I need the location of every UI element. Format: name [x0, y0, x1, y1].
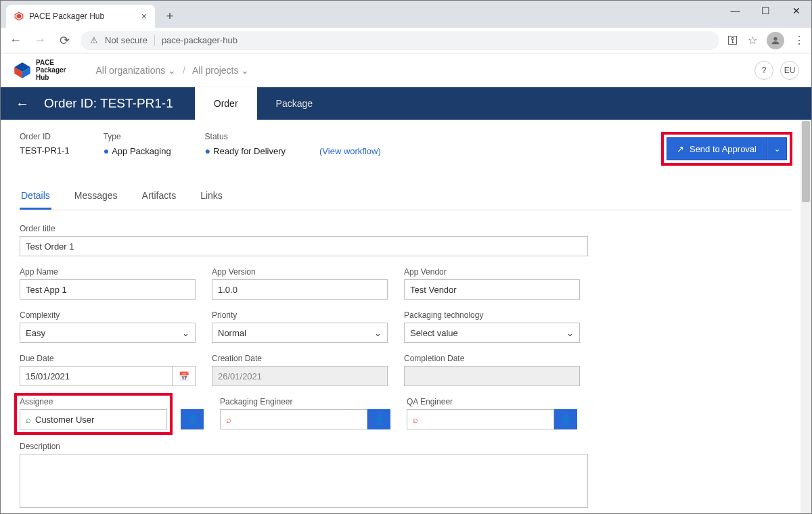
input-app-version[interactable]: 1.0.0 [212, 279, 388, 300]
subtab-messages[interactable]: Messages [73, 183, 119, 210]
breadcrumb-org[interactable]: All organizations ⌄ [95, 65, 176, 76]
close-tab-icon[interactable]: × [141, 11, 147, 22]
person-icon: 👤 [374, 414, 385, 425]
search-icon: ⌕ [26, 415, 31, 425]
subtab-details[interactable]: Details [20, 183, 51, 210]
select-pkg-tech[interactable]: Select value⌄ [404, 323, 580, 343]
select-priority[interactable]: Normal⌄ [212, 323, 388, 343]
profile-avatar[interactable] [767, 32, 784, 49]
label-creation-date: Creation Date [212, 354, 388, 363]
page-tabs: Order Package [195, 87, 332, 120]
assign-to-me-button[interactable]: 👤 [181, 409, 204, 429]
label-qa-eng: QA Engineer [407, 397, 577, 406]
chevron-down-icon: ⌄ [182, 328, 189, 338]
nav-back-button[interactable]: ← [7, 33, 24, 47]
input-app-vendor[interactable]: Test Vendor [404, 279, 580, 300]
subtabs: Details Messages Artifacts Links [20, 183, 792, 210]
label-pkg-eng: Packaging Engineer [220, 397, 390, 406]
app-logo[interactable]: PACE Packager Hub [13, 59, 66, 81]
page-blue-bar: ← Order ID: TEST-PR1-1 Order Package [1, 87, 811, 120]
page-title: Order ID: TEST-PR1-1 [44, 96, 173, 111]
address-bar: ← → ⟳ ⚠ Not secure pace-packager-hub ⚿ ☆… [1, 28, 811, 53]
label-app-vendor: App Vendor [404, 267, 580, 277]
textarea-description[interactable] [20, 454, 588, 508]
breadcrumb-project[interactable]: All projects ⌄ [192, 65, 249, 76]
label-due-date: Due Date [20, 354, 196, 363]
breadcrumb: All organizations ⌄ / All projects ⌄ [95, 65, 249, 76]
highlight-assignee: Assignee ⌕Customer User [14, 393, 173, 435]
label-order-title: Order title [20, 224, 588, 233]
summary-order-id: Order ID TEST-PR1-1 [20, 132, 70, 156]
input-assignee[interactable]: ⌕Customer User [20, 409, 167, 429]
action-dropdown-button[interactable]: ⌄ [767, 137, 787, 160]
summary-type: Type ●App Packaging [104, 132, 171, 156]
view-workflow-link[interactable]: (View workflow) [319, 146, 381, 156]
subtab-links[interactable]: Links [199, 183, 224, 210]
cube-logo-icon [13, 61, 32, 80]
browser-tab[interactable]: PACE Packager Hub × [6, 5, 155, 28]
summary-status: Status ●Ready for Delivery [205, 132, 286, 156]
calendar-icon: 📅 [179, 371, 189, 381]
security-label: Not secure [105, 35, 148, 45]
label-completion-date: Completion Date [404, 354, 580, 363]
chevron-down-icon: ⌄ [168, 65, 176, 76]
calendar-button[interactable]: 📅 [173, 366, 196, 386]
tab-order[interactable]: Order [195, 87, 257, 120]
browser-titlebar: PACE Packager Hub × + — ☐ ✕ [1, 1, 811, 28]
input-order-title[interactable]: Test Order 1 [20, 236, 588, 256]
label-pkg-tech: Packaging technology [404, 310, 580, 320]
workflow-icon: ↗ [677, 144, 684, 154]
url-text: pace-packager-hub [162, 35, 238, 45]
dot-icon: ● [104, 145, 109, 156]
user-badge[interactable]: EU [780, 61, 799, 80]
nav-forward-button: → [32, 33, 48, 47]
person-icon: 👤 [187, 414, 198, 425]
label-assignee: Assignee [20, 397, 167, 406]
nav-reload-button[interactable]: ⟳ [56, 33, 72, 48]
window-maximize-button[interactable]: ☐ [750, 1, 781, 21]
page-back-button[interactable]: ← [16, 96, 29, 112]
favicon-icon [14, 11, 24, 21]
assign-to-me-button[interactable]: 👤 [554, 409, 577, 429]
scroll-thumb[interactable] [802, 121, 810, 202]
browser-menu-icon[interactable]: ⋮ [794, 34, 805, 47]
svg-marker-1 [17, 14, 22, 19]
window-close-button[interactable]: ✕ [781, 1, 811, 21]
subtab-artifacts[interactable]: Artifacts [141, 183, 178, 210]
app-header: PACE Packager Hub All organizations ⌄ / … [1, 53, 811, 87]
input-qa-eng[interactable]: ⌕ [407, 409, 554, 429]
tab-title: PACE Packager Hub [29, 11, 104, 21]
search-icon: ⌕ [226, 415, 231, 425]
brand-line-3: Hub [36, 74, 66, 81]
scrollbar[interactable] [800, 120, 811, 513]
input-due-date[interactable]: 15/01/2021 [20, 366, 173, 386]
tab-package[interactable]: Package [257, 87, 332, 120]
chevron-down-icon: ⌄ [241, 65, 249, 76]
divider [154, 35, 155, 46]
chevron-down-icon: ⌄ [566, 328, 574, 338]
new-tab-button[interactable]: + [160, 7, 179, 26]
breadcrumb-separator: / [183, 65, 185, 76]
search-icon: ⌕ [413, 415, 418, 425]
person-icon [770, 35, 781, 46]
input-creation-date: 26/01/2021 [212, 366, 388, 386]
label-app-version: App Version [212, 267, 388, 277]
input-pkg-eng[interactable]: ⌕ [220, 409, 367, 429]
assign-to-me-button[interactable]: 👤 [367, 409, 390, 429]
highlight-action-button: ↗ Send to Approval ⌄ [661, 132, 792, 166]
person-icon: 👤 [560, 414, 572, 425]
address-input[interactable]: ⚠ Not secure pace-packager-hub [81, 31, 719, 50]
help-button[interactable]: ? [754, 61, 773, 80]
brand-line-2: Packager [36, 66, 66, 74]
select-complexity[interactable]: Easy⌄ [20, 323, 196, 343]
input-app-name[interactable]: Test App 1 [20, 279, 196, 300]
window-minimize-button[interactable]: — [720, 1, 750, 21]
send-to-approval-button[interactable]: ↗ Send to Approval [667, 137, 767, 160]
not-secure-icon: ⚠ [90, 35, 98, 45]
bookmark-icon[interactable]: ☆ [748, 34, 757, 47]
key-icon[interactable]: ⚿ [727, 34, 738, 47]
input-completion-date [404, 366, 580, 386]
label-app-name: App Name [20, 267, 196, 277]
svg-point-2 [773, 37, 777, 40]
label-priority: Priority [212, 310, 388, 320]
